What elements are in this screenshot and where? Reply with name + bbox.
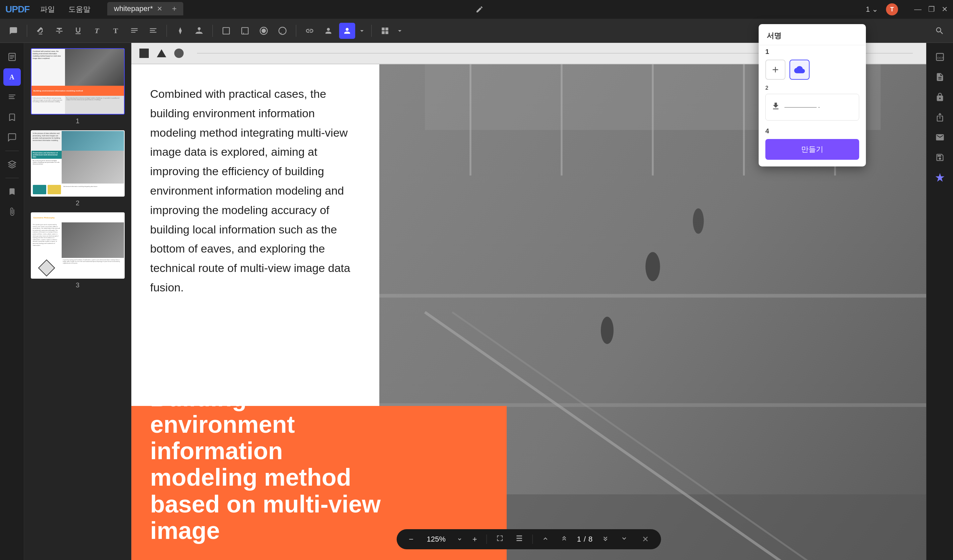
left-sidebar: A <box>0 43 24 560</box>
search-button[interactable] <box>931 23 948 39</box>
underline-tool[interactable] <box>70 23 86 39</box>
shape-options-tool[interactable] <box>237 23 253 39</box>
minimize-button[interactable]: — <box>914 5 922 14</box>
sig-option-cloud[interactable] <box>790 60 810 80</box>
maximize-button[interactable]: ❐ <box>928 5 935 14</box>
total-pages: 8 <box>588 535 593 544</box>
text-align-tool[interactable] <box>145 23 161 39</box>
svg-point-35 <box>601 317 613 344</box>
sidebar-icon-highlight[interactable]: A <box>3 68 21 86</box>
rsidebar-ocr[interactable]: OCR <box>931 48 948 66</box>
download-icon <box>771 102 781 113</box>
toolbar-divider-3 <box>213 25 213 37</box>
grid-options[interactable] <box>396 23 404 39</box>
signature-options[interactable] <box>358 23 366 39</box>
signature-download-area[interactable]: —————— - <box>765 94 859 121</box>
nav-down2-button[interactable] <box>618 533 630 545</box>
fit-width-button[interactable] <box>513 533 526 545</box>
strikethrough-tool[interactable] <box>51 23 67 39</box>
toolbar-divider-1 <box>27 25 27 37</box>
window-controls: — ❐ ✕ <box>914 5 948 14</box>
sidebar-icon-attachments[interactable] <box>3 203 21 220</box>
sidebar-icon-bookmarks[interactable] <box>3 108 21 126</box>
user-avatar[interactable]: T <box>886 3 898 15</box>
shape-circle[interactable] <box>174 49 184 58</box>
link-tool[interactable] <box>301 23 318 39</box>
shape-rect-tool[interactable] <box>218 23 234 39</box>
stamp-tool[interactable] <box>191 23 207 39</box>
signature-tool-active[interactable] <box>339 23 355 39</box>
sidebar-icon-outline[interactable] <box>3 88 21 106</box>
thumbnail-1[interactable]: Combined with practical cases, the build… <box>28 48 127 125</box>
tab-close-button[interactable]: ✕ <box>157 5 163 13</box>
active-tab[interactable]: whitepaper* ✕ + <box>107 2 183 15</box>
nav-up-button[interactable] <box>558 533 570 545</box>
color-options-tool[interactable] <box>275 23 290 39</box>
close-button[interactable]: ✕ <box>942 5 948 14</box>
new-tab-button[interactable]: + <box>172 4 177 13</box>
zoom-chevron-icon[interactable] <box>456 536 463 543</box>
signature-options-row <box>759 56 866 84</box>
main-paragraph: Combined with practical cases, the build… <box>150 84 360 297</box>
step-2-label: 2 <box>759 84 866 91</box>
text-format-tool[interactable]: T <box>107 23 124 39</box>
rsidebar-extract[interactable] <box>931 68 948 86</box>
shape-triangle[interactable] <box>157 49 166 57</box>
thumbnail-3[interactable]: Geometric Philosophy The specific point … <box>28 212 127 289</box>
zoom-in-button[interactable]: + <box>470 533 480 545</box>
text-tool[interactable]: T <box>89 23 105 39</box>
nav-help[interactable]: 도움말 <box>68 5 90 14</box>
zoom-out-button[interactable]: − <box>406 533 416 545</box>
thumb3-body: The specific point can be represented by… <box>31 223 124 258</box>
diamond-shape <box>38 260 55 277</box>
create-signature-button[interactable]: 만들기 <box>765 139 859 160</box>
zoom-percent[interactable]: 125% <box>423 535 450 544</box>
color-tool[interactable] <box>256 23 272 39</box>
svg-rect-18 <box>10 58 13 59</box>
thumb3-title: Geometric Philosophy <box>34 217 55 219</box>
thumb-frame-3[interactable]: Geometric Philosophy The specific point … <box>31 212 125 278</box>
svg-text:OCR: OCR <box>937 56 944 60</box>
svg-point-10 <box>279 27 286 34</box>
sig-option-upload[interactable] <box>765 60 785 80</box>
svg-rect-12 <box>385 28 388 31</box>
rsidebar-protect[interactable] <box>931 88 948 106</box>
highlight-tool[interactable] <box>33 23 48 39</box>
rsidebar-share[interactable] <box>931 108 948 126</box>
sidebar-icon-layers[interactable] <box>3 156 21 173</box>
sidebar-icon-comments[interactable] <box>3 128 21 146</box>
thumb1-bottom: In the process of data collection and pr… <box>31 96 124 114</box>
rsidebar-email[interactable] <box>931 128 948 146</box>
sidebar-icon-bookmark[interactable] <box>3 183 21 200</box>
edit-icon[interactable] <box>472 2 487 17</box>
svg-rect-5 <box>150 32 157 32</box>
thumb-frame-1[interactable]: Combined with practical cases, the build… <box>31 48 125 114</box>
nav-down-button[interactable] <box>599 533 611 545</box>
svg-point-9 <box>262 28 266 33</box>
fit-page-button[interactable] <box>494 533 506 545</box>
titlebar-right: 1 ⌄ T — ❐ ✕ <box>866 3 948 15</box>
svg-rect-6 <box>223 28 230 34</box>
text-flow-tool[interactable] <box>126 23 143 39</box>
nav-up2-button[interactable] <box>540 533 551 545</box>
comment-tool[interactable] <box>5 23 22 39</box>
thumbnail-panel: Combined with practical cases, the build… <box>24 43 131 560</box>
thumb2-middle: Preservation and inheritance of architec… <box>31 151 124 184</box>
grid-tool[interactable] <box>377 23 393 39</box>
step-4-label: 4 <box>759 123 866 136</box>
shape-square[interactable] <box>140 49 149 58</box>
zoom-bar: − 125% + 1 / 8 <box>397 529 661 549</box>
svg-point-33 <box>646 252 660 281</box>
nav-file[interactable]: 파일 <box>40 5 55 14</box>
thumbnail-2[interactable]: In the process of data collection and pr… <box>28 130 127 207</box>
thumb-frame-2[interactable]: In the process of data collection and pr… <box>31 130 125 196</box>
zoom-bar-close-button[interactable]: ✕ <box>639 533 652 545</box>
marker-tool[interactable] <box>172 23 188 39</box>
thumb1-title-text: Building environment information modelin… <box>34 90 83 92</box>
thumb1-image <box>65 49 124 86</box>
rsidebar-save[interactable] <box>931 149 948 166</box>
user-sign-tool[interactable] <box>320 23 337 39</box>
svg-rect-16 <box>10 55 14 56</box>
rsidebar-ai[interactable] <box>931 169 948 186</box>
sidebar-icon-pages[interactable] <box>3 48 21 66</box>
